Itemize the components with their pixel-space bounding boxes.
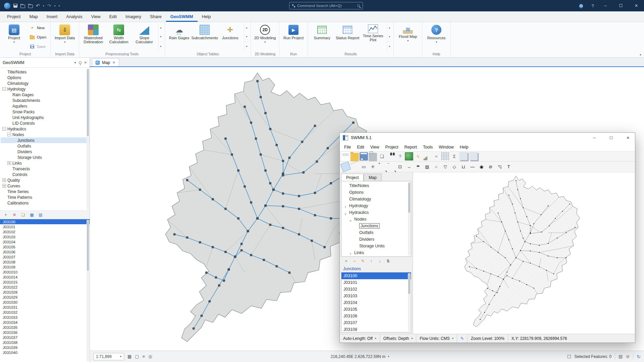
tree-item[interactable]: Time Patterns	[1, 194, 90, 200]
swmm-titlebar[interactable]: SWMM 5.1 ─ ☐ ✕	[340, 133, 635, 143]
swmm-menu-item[interactable]: Help	[457, 143, 472, 151]
tree-item[interactable]: Title/Notes	[341, 182, 411, 189]
junction-list-item[interactable]: J031032	[0, 310, 90, 315]
tree-expander-icon[interactable]	[7, 173, 11, 176]
tree-item[interactable]: Aquifers	[1, 103, 90, 109]
swmm-browser-tab[interactable]: Map	[364, 174, 381, 181]
junction-list-item[interactable]: J03105	[0, 244, 90, 249]
tree-item[interactable]: Outfalls	[341, 229, 411, 236]
open-table-icon[interactable]: ▦	[28, 212, 36, 218]
clear-selection-icon[interactable]: ⊘	[626, 354, 630, 359]
scroll-down-icon[interactable]: ▾	[244, 32, 249, 41]
query-icon[interactable]: ?	[396, 152, 404, 161]
flow-units-select[interactable]: Flow Units: CMS ▾	[416, 334, 457, 343]
tree-expander-icon[interactable]: +	[2, 184, 6, 188]
junction-list-item[interactable]: J031029	[0, 295, 90, 300]
width-calculation-button[interactable]: ⇆ Width Calculation	[106, 23, 131, 51]
open-project-icon[interactable]	[20, 5, 25, 8]
tree-item[interactable]: Title/Notes	[1, 69, 90, 75]
map-globe-icon[interactable]	[405, 152, 413, 161]
junction-list-item[interactable]: J031040	[0, 350, 90, 355]
statistics-icon[interactable]: Σ	[450, 152, 459, 161]
tree-item[interactable]: Climatology	[341, 196, 411, 202]
orifice-tool[interactable]: ⊘	[486, 163, 495, 171]
tree-scrollbar[interactable]	[408, 182, 411, 256]
tile-windows-icon[interactable]	[469, 152, 478, 160]
2d-modeling-button[interactable]: 2D 2D Modeling ▾	[253, 23, 277, 51]
scroll-up-icon[interactable]: ▴	[158, 23, 163, 32]
add-icon[interactable]: +	[2, 212, 9, 218]
ribbon-tab[interactable]: Project	[3, 11, 25, 22]
junction-list-item[interactable]: J03101	[341, 279, 411, 286]
panel-menu-icon[interactable]: ▾	[74, 61, 76, 64]
add-object-icon[interactable]: +	[342, 258, 350, 264]
swmm-close-button[interactable]: ✕	[621, 133, 635, 143]
tree-expander-icon[interactable]	[7, 167, 11, 171]
edit-object-icon[interactable]: ✎	[359, 258, 367, 264]
swmm-menu-item[interactable]: Edit	[354, 143, 367, 151]
tree-item[interactable]: Time Series	[1, 189, 90, 194]
tree-expander-icon[interactable]	[12, 138, 16, 142]
tree-item[interactable]: Unit Hydrographs	[1, 115, 90, 120]
tree-expander-icon[interactable]	[2, 70, 6, 74]
list-scrollbar[interactable]	[87, 220, 89, 361]
tree-item[interactable]: Calibrations	[1, 200, 90, 206]
outfall-tool[interactable]: ▽	[441, 163, 449, 171]
pan-tool[interactable]: ✛	[369, 163, 377, 171]
status-report-button[interactable]: Status Report	[335, 23, 360, 51]
tree-item[interactable]: − Nodes	[1, 132, 90, 137]
junction-list-item[interactable]: J03103	[0, 234, 90, 239]
tree-expander-icon[interactable]: +	[7, 161, 11, 165]
subcatchment-tool[interactable]: ▨	[423, 163, 431, 171]
junction-list-item[interactable]: J031035	[0, 325, 90, 330]
subcatchments-button[interactable]: Subcatchments	[192, 23, 217, 51]
junction-list-item[interactable]: J03100	[0, 219, 90, 224]
tree-item[interactable]: Climatology	[1, 80, 90, 86]
tree-expander-icon[interactable]	[12, 156, 16, 159]
swmm-menu-item[interactable]: View	[367, 143, 382, 151]
save-button[interactable]: Save	[28, 43, 48, 50]
scroll-up-icon[interactable]: ▴	[387, 23, 392, 32]
junction-list-item[interactable]: J03103	[341, 293, 411, 299]
select-region-tool[interactable]: ▭	[360, 163, 368, 171]
tree-item[interactable]: Junctions	[341, 223, 411, 229]
summary-button[interactable]: Summary	[310, 23, 334, 51]
tree-expander-icon[interactable]	[353, 231, 358, 235]
junction-list-item[interactable]: J03107	[341, 319, 411, 326]
tree-expander-icon[interactable]	[7, 99, 11, 102]
new-file-icon[interactable]	[341, 152, 350, 161]
tree-item[interactable]: − Hydraulics	[1, 126, 90, 132]
tree-scrollbar[interactable]	[87, 68, 89, 210]
scroll-down-icon[interactable]: ▾	[387, 32, 392, 41]
new-button[interactable]: ✦ New	[28, 24, 48, 31]
graph-report-icon[interactable]	[423, 152, 431, 161]
junction-list-item[interactable]: J03104	[0, 239, 90, 244]
run-project-button[interactable]: ▶ Run Project	[281, 23, 306, 51]
duplicate-icon[interactable]: ❏	[19, 212, 27, 218]
tree-item[interactable]: + Quality	[1, 177, 90, 183]
tree-expander-icon[interactable]	[353, 238, 358, 241]
save-file-icon[interactable]	[360, 152, 368, 161]
junction-list-item[interactable]: J03106	[0, 249, 90, 254]
swmm-minimize-button[interactable]: ─	[587, 133, 601, 143]
print-icon[interactable]	[369, 153, 377, 161]
junction-list-item[interactable]: J031037	[0, 335, 90, 340]
junction-list-item[interactable]: J03100	[341, 273, 411, 279]
tree-expander-icon[interactable]	[12, 144, 16, 148]
tree-expander-icon[interactable]: ›	[348, 251, 353, 255]
junction-list-item[interactable]: J03101	[0, 224, 90, 229]
tree-item[interactable]: ⌄ Hydraulics	[341, 209, 411, 216]
time-series-plot-button[interactable]: Time Series Plot	[361, 23, 385, 51]
tree-expander-icon[interactable]	[343, 191, 348, 194]
tree-item[interactable]: › Hydrology	[341, 202, 411, 209]
tree-item[interactable]: Controls	[1, 172, 90, 177]
table-report-icon[interactable]	[441, 152, 449, 161]
gallery-more-icon[interactable]: ▾	[244, 42, 249, 51]
tree-item[interactable]: Junctions	[1, 137, 90, 143]
project-button[interactable]: Project ▾	[2, 23, 26, 51]
gallery-more-icon[interactable]: ▾	[158, 42, 163, 51]
tree-item[interactable]: Storage Units	[341, 243, 411, 249]
ribbon-tab[interactable]: Insert	[42, 11, 62, 22]
extent-icon[interactable]: ▢	[135, 354, 139, 359]
tree-item[interactable]: − Hydrology	[1, 86, 90, 92]
